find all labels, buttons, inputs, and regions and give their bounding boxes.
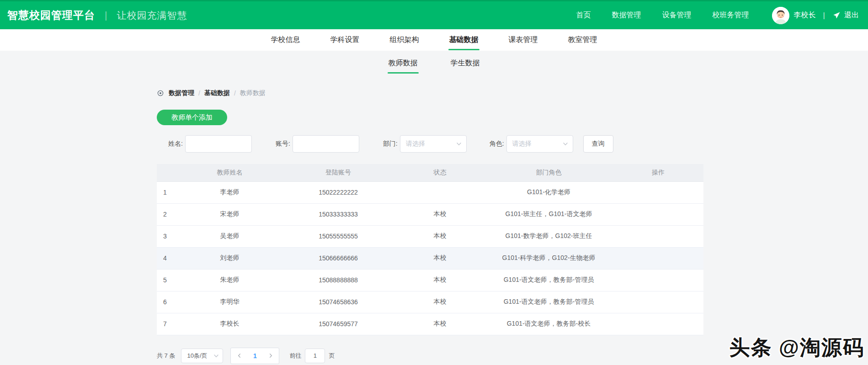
- cell-actions: [613, 247, 703, 269]
- cell-roles: G101-语文老师，教务部-管理员: [485, 291, 613, 313]
- table-row[interactable]: 3 吴老师 15055555555 本校 G101-数学老师，G102-班主任: [157, 225, 703, 247]
- col-index: [157, 164, 178, 181]
- cell-status: 本校: [395, 203, 485, 225]
- user-divider: |: [823, 11, 825, 20]
- topnav-item-data[interactable]: 数据管理: [612, 11, 641, 20]
- cell-roles: G101-语文老师，教务部-校长: [485, 313, 613, 335]
- department-filter-label: 部门:: [383, 140, 398, 148]
- user-name[interactable]: 李校长: [794, 11, 816, 20]
- cell-roles: G101-科学老师，G102-生物老师: [485, 247, 613, 269]
- nav-tab-school-info[interactable]: 学校信息: [270, 30, 301, 50]
- cell-index: 1: [157, 181, 178, 203]
- role-select-placeholder: 请选择: [512, 140, 532, 148]
- paper-plane-icon: [832, 11, 841, 20]
- logout-button[interactable]: 退出: [844, 11, 859, 20]
- next-page-icon[interactable]: [268, 353, 273, 358]
- col-dept-role: 部门角色: [485, 164, 613, 181]
- cell-index: 7: [157, 313, 178, 335]
- role-select[interactable]: 请选择: [506, 135, 573, 153]
- cell-account: 15033333333: [281, 203, 395, 225]
- brand-separator: ｜: [101, 9, 111, 21]
- page-unit-label: 页: [329, 352, 335, 360]
- nav-tab-subject-setup[interactable]: 学科设置: [330, 30, 361, 50]
- name-filter-input[interactable]: [185, 135, 252, 153]
- nav-tab-timetable[interactable]: 课表管理: [508, 30, 539, 50]
- account-filter-input[interactable]: [293, 135, 359, 153]
- cell-name: 李校长: [178, 313, 281, 335]
- cell-actions: [613, 181, 703, 203]
- page-size-select[interactable]: 10条/页: [181, 349, 223, 363]
- table-row[interactable]: 1 李老师 15022222222 G101-化学老师: [157, 181, 703, 203]
- name-filter-label: 姓名:: [168, 140, 183, 148]
- top-nav: 首页 数据管理 设备管理 校班务管理: [576, 11, 749, 20]
- table-row[interactable]: 2 宋老师 15033333333 本校 G101-班主任，G101-语文老师: [157, 203, 703, 225]
- cell-index: 2: [157, 203, 178, 225]
- cell-index: 6: [157, 291, 178, 313]
- chevron-down-icon: [456, 141, 462, 147]
- cell-status: 本校: [395, 269, 485, 291]
- current-page[interactable]: 1: [253, 352, 257, 360]
- cell-name: 吴老师: [178, 225, 281, 247]
- table-header-row: 教师姓名 登陆账号 状态 部门角色 操作: [157, 164, 703, 181]
- teacher-table: 教师姓名 登陆账号 状态 部门角色 操作 1 李老师 15022222222 G…: [157, 164, 703, 335]
- search-button[interactable]: 查询: [583, 135, 613, 153]
- topnav-item-school-affairs[interactable]: 校班务管理: [713, 11, 749, 20]
- cell-name: 李老师: [178, 181, 281, 203]
- tab-teacher-data[interactable]: 教师数据: [388, 52, 419, 74]
- chevron-down-icon: [563, 141, 568, 147]
- goto-label: 前往: [289, 352, 301, 360]
- breadcrumb-item-teacher-data: 教师数据: [240, 89, 266, 97]
- tab-student-data[interactable]: 学生数据: [450, 52, 481, 74]
- filter-bar: 姓名: 账号: 部门: 请选择 角色: 请选择 查询: [157, 135, 703, 153]
- cell-index: 5: [157, 269, 178, 291]
- cell-account: 15088888888: [281, 269, 395, 291]
- user-box: 李校长 | 退出: [772, 7, 859, 24]
- cell-status: 本校: [395, 291, 485, 313]
- cell-status: 本校: [395, 313, 485, 335]
- cell-roles: G101-数学老师，G102-班主任: [485, 225, 613, 247]
- cell-account: 15055555555: [281, 225, 395, 247]
- nav-tab-base-data[interactable]: 基础数据: [448, 30, 479, 50]
- table-row[interactable]: 4 刘老师 15066666666 本校 G101-科学老师，G102-生物老师: [157, 247, 703, 269]
- cell-name: 李明华: [178, 291, 281, 313]
- department-select-placeholder: 请选择: [406, 140, 425, 148]
- pagination: 共 7 条 10条/页 1 前往 页: [157, 348, 703, 364]
- cell-account: 15074658636: [281, 291, 395, 313]
- cell-account: 15022222222: [281, 181, 395, 203]
- breadcrumb-item-data-management[interactable]: 数据管理: [169, 89, 194, 97]
- cell-actions: [613, 291, 703, 313]
- location-icon: [157, 90, 164, 97]
- prev-page-icon[interactable]: [237, 353, 242, 358]
- chevron-down-icon: [213, 353, 219, 359]
- user-avatar[interactable]: [772, 7, 789, 24]
- col-login-account: 登陆账号: [281, 164, 395, 181]
- topnav-item-home[interactable]: 首页: [576, 11, 591, 20]
- app-title: 智慧校园管理平台: [7, 8, 95, 22]
- nav-tab-org-structure[interactable]: 组织架构: [389, 30, 420, 50]
- cell-account: 15074659577: [281, 313, 395, 335]
- table-row[interactable]: 6 李明华 15074658636 本校 G101-语文老师，教务部-管理员: [157, 291, 703, 313]
- col-actions: 操作: [613, 164, 703, 181]
- breadcrumb: 数据管理 / 基础数据 / 教师数据: [157, 89, 703, 97]
- cell-actions: [613, 269, 703, 291]
- module-nav: 学校信息 学科设置 组织架构 基础数据 课表管理 教室管理: [0, 29, 868, 51]
- app-slogan: 让校园充满智慧: [117, 9, 187, 22]
- cell-actions: [613, 203, 703, 225]
- table-row[interactable]: 5 朱老师 15088888888 本校 G101-语文老师，教务部-管理员: [157, 269, 703, 291]
- department-select[interactable]: 请选择: [400, 135, 467, 153]
- page-controls: 1: [230, 348, 279, 364]
- goto-page-input[interactable]: [305, 349, 325, 363]
- cell-actions: [613, 313, 703, 335]
- cell-name: 刘老师: [178, 247, 281, 269]
- topnav-item-device[interactable]: 设备管理: [662, 11, 692, 20]
- page-size-value: 10条/页: [187, 352, 207, 360]
- cell-status: 本校: [395, 247, 485, 269]
- add-teacher-button[interactable]: 教师单个添加: [157, 110, 227, 125]
- cell-index: 3: [157, 225, 178, 247]
- breadcrumb-item-base-data[interactable]: 基础数据: [204, 89, 230, 97]
- nav-tab-classroom[interactable]: 教室管理: [567, 30, 598, 50]
- cell-name: 朱老师: [178, 269, 281, 291]
- table-row[interactable]: 7 李校长 15074659577 本校 G101-语文老师，教务部-校长: [157, 313, 703, 335]
- breadcrumb-separator: /: [198, 90, 200, 97]
- role-filter-label: 角色:: [490, 140, 504, 148]
